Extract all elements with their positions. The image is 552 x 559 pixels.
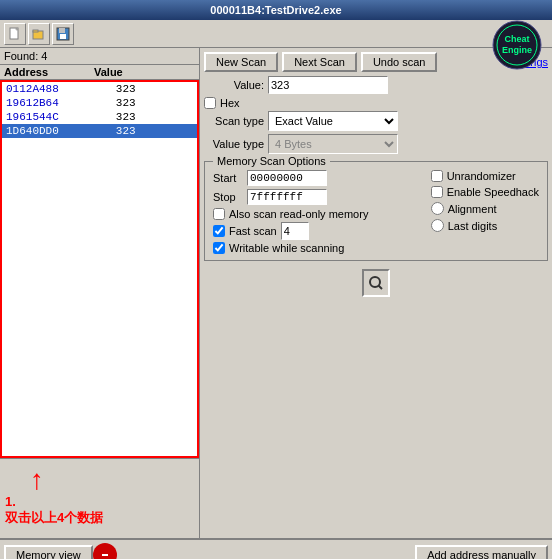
- scan-options-right: Unrandomizer Enable Speedhack Alignment …: [431, 170, 539, 256]
- unrandomizer-label: Unrandomizer: [447, 170, 516, 182]
- memory-scan-options: Memory Scan Options Start Stop Also scan…: [204, 161, 548, 261]
- toolbar: Cheat Engine: [0, 20, 552, 48]
- address-row[interactable]: 1D640DD0 323: [2, 124, 197, 138]
- stop-label: Stop: [213, 191, 243, 203]
- svg-line-12: [379, 286, 383, 290]
- writable-checkbox[interactable]: [213, 242, 225, 254]
- memory-view-row: Memory view Add address manually: [0, 540, 552, 559]
- address-list[interactable]: 0112A488 32319612B64 3231961544C 3231D64…: [0, 80, 199, 458]
- fastscan-value[interactable]: [281, 222, 309, 240]
- save-toolbar-btn[interactable]: [52, 23, 74, 45]
- lastdigits-label: Last digits: [448, 220, 498, 232]
- annotation-text: 1. 双击以上4个数据: [5, 494, 103, 527]
- scan-type-label: Scan type: [204, 115, 264, 127]
- address-row[interactable]: 19612B64 323: [2, 96, 197, 110]
- address-row[interactable]: 0112A488 323: [2, 82, 197, 96]
- col-header-address: Address: [4, 66, 94, 78]
- speedhack-checkbox[interactable]: [431, 186, 443, 198]
- lastdigits-radio[interactable]: [431, 219, 444, 232]
- writable-label: Writable while scanning: [229, 242, 344, 254]
- scan-type-row: Scan type Exact Value Bigger than... Sma…: [204, 111, 548, 131]
- alignment-label: Alignment: [448, 203, 497, 215]
- value-cell: 323: [96, 125, 136, 137]
- left-panel: Found: 4 Address Value 0112A488 32319612…: [0, 48, 200, 538]
- title-text: 000011B4:TestDrive2.exe: [210, 4, 341, 16]
- fastscan-checkbox[interactable]: [213, 225, 225, 237]
- svg-text:Cheat: Cheat: [504, 34, 529, 44]
- speedhack-label: Enable Speedhack: [447, 186, 539, 198]
- stop-input[interactable]: [247, 189, 327, 205]
- hex-checkbox[interactable]: [204, 97, 216, 109]
- scan-options-legend: Memory Scan Options: [213, 155, 330, 167]
- address-cell: 19612B64: [6, 97, 96, 109]
- unrandomizer-checkbox[interactable]: [431, 170, 443, 182]
- open-toolbar-btn[interactable]: [28, 23, 50, 45]
- address-cell: 1961544C: [6, 111, 96, 123]
- address-row[interactable]: 1961544C 323: [2, 110, 197, 124]
- unrandomizer-row: Unrandomizer: [431, 170, 539, 182]
- alignment-radio[interactable]: [431, 202, 444, 215]
- value-type-select[interactable]: 4 Bytes 2 Bytes 1 Byte 8 Bytes Float Dou…: [268, 134, 398, 154]
- value-label: Value:: [204, 79, 264, 91]
- start-label: Start: [213, 172, 243, 184]
- bottom-section: Memory view Add address manually Active …: [0, 538, 552, 559]
- fastscan-label: Fast scan: [229, 225, 277, 237]
- address-cell: 0112A488: [6, 83, 96, 95]
- value-cell: 323: [96, 97, 136, 109]
- start-row: Start: [213, 170, 425, 186]
- main-container: Found: 4 Address Value 0112A488 32319612…: [0, 48, 552, 538]
- speedhack-row: Enable Speedhack: [431, 186, 539, 198]
- right-panel: New Scan Next Scan Undo scan Settings Va…: [200, 48, 552, 538]
- value-cell: 323: [96, 111, 136, 123]
- value-type-row: Value type 4 Bytes 2 Bytes 1 Byte 8 Byte…: [204, 134, 548, 154]
- scan-icon-row: [204, 269, 548, 297]
- svg-text:Engine: Engine: [502, 45, 532, 55]
- readonly-label: Also scan read-only memory: [229, 208, 368, 220]
- found-count: Found: 4: [0, 48, 199, 65]
- scan-icon-btn[interactable]: [362, 269, 390, 297]
- list-header: Address Value: [0, 65, 199, 80]
- lastdigits-row: Last digits: [431, 219, 539, 232]
- ce-logo: Cheat Engine: [492, 20, 542, 72]
- stop-scan-icon[interactable]: [93, 543, 117, 559]
- start-input[interactable]: [247, 170, 327, 186]
- scan-options-content: Start Stop Also scan read-only memory Fa…: [213, 170, 539, 256]
- svg-rect-5: [59, 28, 65, 33]
- memory-view-button[interactable]: Memory view: [4, 545, 93, 559]
- svg-rect-6: [60, 34, 66, 39]
- value-cell: 323: [96, 83, 136, 95]
- stop-row: Stop: [213, 189, 425, 205]
- hex-label: Hex: [220, 97, 240, 109]
- col-header-value: Value: [94, 66, 123, 78]
- fastscan-checkbox-row: Fast scan: [213, 222, 425, 240]
- hex-checkbox-row: Hex: [204, 97, 548, 109]
- value-type-label: Value type: [204, 138, 264, 150]
- alignment-row: Alignment: [431, 202, 539, 215]
- scan-type-select[interactable]: Exact Value Bigger than... Smaller than.…: [268, 111, 398, 131]
- value-input[interactable]: [268, 76, 388, 94]
- add-address-button[interactable]: Add address manually: [415, 545, 548, 559]
- value-row: Value:: [204, 76, 548, 94]
- writable-checkbox-row: Writable while scanning: [213, 242, 425, 254]
- scan-options-left: Start Stop Also scan read-only memory Fa…: [213, 170, 425, 256]
- arrow-up-icon: ↑: [30, 464, 44, 496]
- next-scan-button[interactable]: Next Scan: [282, 52, 357, 72]
- undo-scan-button[interactable]: Undo scan: [361, 52, 438, 72]
- readonly-checkbox-row: Also scan read-only memory: [213, 208, 425, 220]
- new-scan-button[interactable]: New Scan: [204, 52, 278, 72]
- new-toolbar-btn[interactable]: [4, 23, 26, 45]
- annotation-area: ↑ 1. 双击以上4个数据: [0, 458, 199, 538]
- svg-rect-3: [33, 30, 38, 32]
- address-cell: 1D640DD0: [6, 125, 96, 137]
- title-bar: 000011B4:TestDrive2.exe: [0, 0, 552, 20]
- readonly-checkbox[interactable]: [213, 208, 225, 220]
